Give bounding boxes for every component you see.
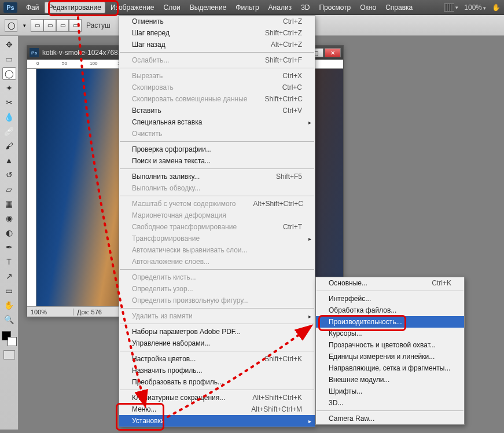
edit-menu-item[interactable]: Шаг впередShift+Ctrl+Z (119, 27, 315, 39)
menu-item-label: Назначить профиль... (132, 366, 202, 375)
tool-heal[interactable]: 🩹 (2, 125, 16, 138)
edit-menu-item[interactable]: Установки (119, 415, 315, 427)
prefs-menu-item[interactable]: Прозрачность и цветовой охват... (316, 339, 464, 351)
selection-mode-group: ▭ ▭ ▭ ▭ (31, 19, 82, 32)
menu-select[interactable]: Выделение (186, 2, 231, 13)
prefs-menu-item[interactable]: Внешние модули... (316, 374, 464, 386)
menu-item-label: Шаг вперед (132, 29, 170, 37)
sel-sub[interactable]: ▭ (56, 19, 69, 32)
edit-menu-item: Свободное трансформированиеCtrl+T (119, 221, 315, 233)
quickmask-toggle[interactable] (3, 350, 15, 359)
tool-pen[interactable]: ✒ (2, 241, 16, 254)
menu-item-label: Основные... (329, 279, 367, 287)
menu-item-label: Скопировать совмещенные данные (132, 95, 248, 103)
menu-filter[interactable]: Фильтр (231, 2, 263, 13)
zoom-display[interactable]: 100%▾ (464, 3, 486, 12)
menu-item-label: Выполнить заливку... (132, 173, 200, 181)
edit-menu-item[interactable]: Меню...Alt+Shift+Ctrl+M (119, 403, 315, 415)
edit-menu-item: Автоматически выравнивать слои... (119, 244, 315, 256)
tool-zoom[interactable]: 🔍 (2, 313, 16, 326)
prefs-menu-item[interactable]: Направляющие, сетка и фрагменты... (316, 362, 464, 374)
prefs-menu-item[interactable]: Производительность... (316, 316, 464, 328)
menu-item-shortcut: Ctrl+T (283, 223, 302, 231)
edit-menu-item: Определить кисть... (119, 271, 315, 283)
tool-history[interactable]: ↺ (2, 168, 16, 181)
tool-path[interactable]: ↗ (2, 270, 16, 282)
tool-dodge[interactable]: ◐ (2, 226, 16, 239)
tool-type[interactable]: T (2, 255, 16, 268)
menu-edit[interactable]: Редактирование (45, 2, 105, 13)
menu-item-label: Курсоры... (329, 329, 362, 337)
edit-menu-item: Очистить (119, 128, 315, 140)
prefs-menu-item[interactable]: Шрифты... (316, 386, 464, 397)
menu-help[interactable]: Справка (381, 2, 417, 13)
menu-window[interactable]: Окно (356, 2, 380, 13)
menu-separator (120, 269, 314, 270)
document-info[interactable]: Док: 576 (73, 309, 105, 315)
menu-view[interactable]: Просмотр (315, 2, 355, 13)
menu-file[interactable]: Фай (22, 2, 43, 13)
menu-item-label: Трансформирование (132, 234, 200, 243)
tool-lasso[interactable]: ◯ (2, 67, 16, 80)
menu-item-shortcut: Ctrl+X (282, 72, 302, 80)
edit-menu-item[interactable]: Поиск и замена текста... (119, 155, 315, 167)
sel-new[interactable]: ▭ (31, 19, 43, 32)
menu-item-label: Удалить из памяти (132, 312, 193, 320)
menu-item-label: Поиск и замена текста... (132, 157, 211, 165)
tool-gradient[interactable]: ▦ (2, 197, 16, 210)
edit-menu-item[interactable]: Клавиатурные сокращения...Alt+Shift+Ctrl… (119, 392, 315, 403)
edit-menu-item[interactable]: Настройка цветов...Shift+Ctrl+K (119, 353, 315, 365)
window-close[interactable]: ✕ (325, 48, 341, 57)
tool-blur[interactable]: ◉ (2, 212, 16, 225)
edit-menu-item[interactable]: Специальная вставка (119, 116, 315, 128)
prefs-menu-item[interactable]: Обработка файлов... (316, 304, 464, 316)
sel-int[interactable]: ▭ (69, 19, 82, 32)
menu-item-label: Масштаб с учетом содержимого (132, 200, 236, 208)
prefs-menu-item[interactable]: Интерфейс... (316, 293, 464, 304)
edit-menu-item[interactable]: Управление наборами... (119, 337, 315, 349)
prefs-menu-item[interactable]: Camera Raw... (316, 413, 464, 424)
edit-menu-item[interactable]: Преобразовать в профиль... (119, 376, 315, 388)
tool-crop[interactable]: ✂ (2, 96, 16, 109)
menu-separator (120, 196, 314, 196)
active-tool-icon[interactable]: ◯ (5, 19, 17, 32)
essentials-icon[interactable]: ▾ (444, 3, 458, 12)
menu-image[interactable]: Изображение (106, 2, 159, 13)
menubar: Ps Фай Редактирование Изображение Слои В… (0, 0, 504, 15)
color-swatches[interactable] (2, 331, 17, 346)
menu-analysis[interactable]: Анализ (264, 2, 296, 13)
edit-menu-item[interactable]: Выполнить заливку...Shift+F5 (119, 171, 315, 182)
menu-layers[interactable]: Слои (160, 2, 185, 13)
menu-item-label: Прозрачность и цветовой охват... (329, 341, 436, 349)
menu-item-shortcut: Ctrl+C (282, 83, 302, 91)
tool-wand[interactable]: ✦ (2, 82, 16, 94)
menu-3d[interactable]: 3D (297, 2, 314, 13)
prefs-menu-item[interactable]: Курсоры... (316, 328, 464, 339)
edit-menu-item[interactable]: Назначить профиль... (119, 365, 315, 376)
sel-add[interactable]: ▭ (43, 19, 56, 32)
prefs-menu-item[interactable]: Единицы измерения и линейки... (316, 351, 464, 362)
prefs-menu-item[interactable]: 3D... (316, 397, 464, 409)
tool-shape[interactable]: ▭ (2, 284, 16, 297)
menu-item-label: Обработка файлов... (329, 306, 396, 314)
edit-menu-item: СкопироватьCtrl+C (119, 82, 315, 93)
prefs-menu-item[interactable]: Основные...Ctrl+K (316, 277, 464, 289)
edit-menu-item[interactable]: Проверка орфографии... (119, 144, 315, 155)
edit-menu-item[interactable]: Шаг назадAlt+Ctrl+Z (119, 39, 315, 50)
tool-eraser[interactable]: ▱ (2, 183, 16, 196)
tool-marquee[interactable]: ▭ (2, 53, 16, 65)
hand-shortcut-icon[interactable]: ✋ (492, 3, 501, 12)
menu-item-shortcut: Alt+Ctrl+Z (271, 41, 302, 49)
edit-menu-item[interactable]: ОтменитьCtrl+Z (119, 16, 315, 27)
tool-brush[interactable]: 🖌 (2, 140, 16, 152)
tool-eyedrop[interactable]: 💧 (2, 111, 16, 123)
tool-stamp[interactable]: ▲ (2, 154, 16, 167)
edit-menu-item: Удалить из памяти (119, 310, 315, 322)
tool-move[interactable]: ✥ (2, 38, 16, 51)
menu-item-shortcut: Shift+Ctrl+Z (265, 29, 302, 37)
tool-hand[interactable]: ✋ (2, 299, 16, 311)
zoom-field[interactable]: 100% (27, 309, 73, 315)
edit-menu-item[interactable]: Наборы параметров Adobe PDF... (119, 326, 315, 337)
edit-menu-item[interactable]: ВставитьCtrl+V (119, 105, 315, 116)
edit-menu-item: Выполнить обводку... (119, 182, 315, 194)
